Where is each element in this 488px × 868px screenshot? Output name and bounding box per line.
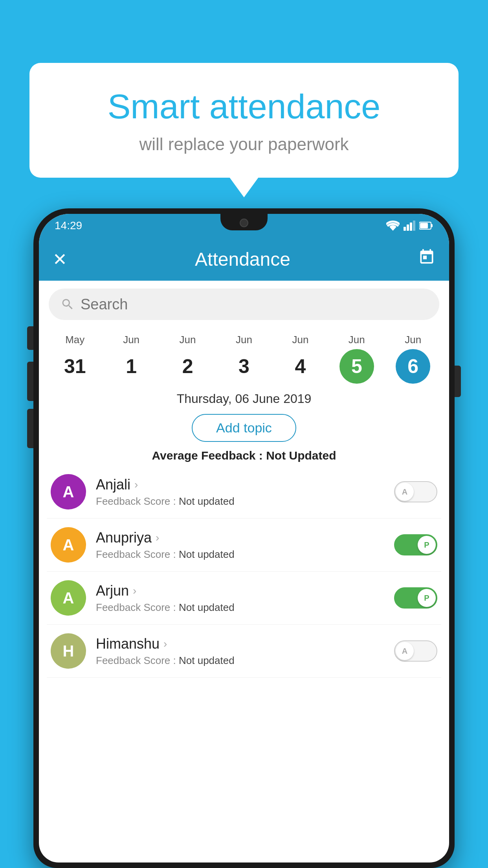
student-name: Arjun › xyxy=(96,583,394,599)
phone-screen: 14:29 xyxy=(39,214,449,862)
calendar-month: Jun xyxy=(123,334,139,346)
calendar-day[interactable]: Jun2 xyxy=(168,334,207,384)
camera xyxy=(240,219,248,227)
student-feedback: Feedback Score : Not updated xyxy=(96,548,394,561)
svg-rect-2 xyxy=(410,223,412,231)
student-feedback: Feedback Score : Not updated xyxy=(96,655,394,667)
calendar-month: May xyxy=(65,334,84,346)
search-icon xyxy=(61,297,75,311)
wifi-icon xyxy=(386,221,400,231)
notch xyxy=(220,214,268,230)
student-row[interactable]: AArjun ›Feedback Score : Not updatedP xyxy=(47,572,441,625)
speech-bubble-container: Smart attendance will replace your paper… xyxy=(29,63,459,178)
calendar-date: 3 xyxy=(227,349,261,384)
student-name: Anupriya › xyxy=(96,530,394,546)
chevron-icon: › xyxy=(134,478,138,491)
app-bar: ✕ Attendance xyxy=(39,237,449,281)
calendar-month: Jun xyxy=(180,334,196,346)
calendar-date: 1 xyxy=(114,349,149,384)
avatar: A xyxy=(51,580,86,616)
calendar-month: Jun xyxy=(292,334,308,346)
student-row[interactable]: AAnupriya ›Feedback Score : Not updatedP xyxy=(47,519,441,572)
student-info: Anjali ›Feedback Score : Not updated xyxy=(86,476,394,508)
toggle-knob: P xyxy=(418,589,436,607)
search-bar[interactable] xyxy=(49,289,439,320)
calendar-date: 4 xyxy=(283,349,317,384)
student-name: Anjali › xyxy=(96,476,394,493)
search-input[interactable] xyxy=(81,296,427,313)
svg-rect-3 xyxy=(413,221,415,231)
student-info: Himanshu ›Feedback Score : Not updated xyxy=(86,636,394,667)
speech-bubble-title: Smart attendance xyxy=(61,86,427,127)
toggle-container[interactable]: A xyxy=(394,481,437,502)
student-feedback: Feedback Score : Not updated xyxy=(96,495,394,508)
calendar-icon[interactable] xyxy=(418,248,435,270)
calendar-date: 31 xyxy=(58,349,92,384)
volume-down-button xyxy=(27,362,33,401)
student-info: Arjun ›Feedback Score : Not updated xyxy=(86,583,394,614)
svg-rect-1 xyxy=(407,224,409,231)
app-title: Attendance xyxy=(195,248,290,270)
add-topic-button[interactable]: Add topic xyxy=(192,414,296,442)
volume-up-button xyxy=(27,326,33,350)
calendar-date: 6 xyxy=(396,349,430,384)
toggle-container[interactable]: P xyxy=(394,534,437,555)
calendar-date: 5 xyxy=(339,349,374,384)
attendance-toggle[interactable]: A xyxy=(394,640,437,662)
calendar-row: May31Jun1Jun2Jun3Jun4Jun5Jun6 xyxy=(39,328,449,386)
svg-rect-0 xyxy=(404,227,406,231)
attendance-toggle[interactable]: P xyxy=(394,587,437,609)
speech-bubble: Smart attendance will replace your paper… xyxy=(29,63,459,178)
average-feedback: Average Feedback : Not Updated xyxy=(39,446,449,465)
calendar-month: Jun xyxy=(236,334,252,346)
feedback-prefix: Average Feedback : xyxy=(152,449,266,462)
chevron-icon: › xyxy=(163,638,167,650)
phone-frame: 14:29 xyxy=(33,208,455,868)
toggle-container[interactable]: A xyxy=(394,640,437,662)
calendar-day[interactable]: May31 xyxy=(55,334,95,384)
signal-icon xyxy=(404,221,415,231)
student-list: AAnjali ›Feedback Score : Not updatedAAA… xyxy=(39,465,449,678)
calendar-day[interactable]: Jun3 xyxy=(224,334,264,384)
avatar: A xyxy=(51,527,86,563)
silent-button xyxy=(27,409,33,448)
avatar: H xyxy=(51,633,86,669)
power-button xyxy=(455,366,461,397)
calendar-day[interactable]: Jun5 xyxy=(337,334,376,384)
chevron-icon: › xyxy=(156,531,159,544)
speech-bubble-subtitle: will replace your paperwork xyxy=(61,134,427,154)
toggle-knob: A xyxy=(396,642,414,660)
calendar-day[interactable]: Jun4 xyxy=(281,334,320,384)
svg-rect-6 xyxy=(420,223,428,228)
calendar-day[interactable]: Jun6 xyxy=(393,334,433,384)
chevron-icon: › xyxy=(133,585,136,597)
student-feedback: Feedback Score : Not updated xyxy=(96,601,394,614)
student-row[interactable]: HHimanshu ›Feedback Score : Not updatedA xyxy=(47,625,441,678)
calendar-date: 2 xyxy=(171,349,205,384)
attendance-toggle[interactable]: P xyxy=(394,534,437,555)
feedback-value: Not Updated xyxy=(266,449,336,462)
svg-rect-5 xyxy=(431,224,433,227)
student-row[interactable]: AAnjali ›Feedback Score : Not updatedA xyxy=(47,465,441,519)
calendar-month: Jun xyxy=(405,334,421,346)
calendar-month: Jun xyxy=(349,334,365,346)
avatar: A xyxy=(51,474,86,509)
status-time: 14:29 xyxy=(55,219,82,232)
student-info: Anupriya ›Feedback Score : Not updated xyxy=(86,530,394,561)
toggle-knob: A xyxy=(396,483,414,501)
toggle-knob: P xyxy=(418,536,436,554)
status-icons xyxy=(386,221,433,231)
battery-icon xyxy=(419,221,433,230)
close-button[interactable]: ✕ xyxy=(53,249,67,269)
selected-date: Thursday, 06 June 2019 xyxy=(39,386,449,410)
attendance-toggle[interactable]: A xyxy=(394,481,437,502)
calendar-day[interactable]: Jun1 xyxy=(112,334,151,384)
student-name: Himanshu › xyxy=(96,636,394,652)
toggle-container[interactable]: P xyxy=(394,587,437,609)
